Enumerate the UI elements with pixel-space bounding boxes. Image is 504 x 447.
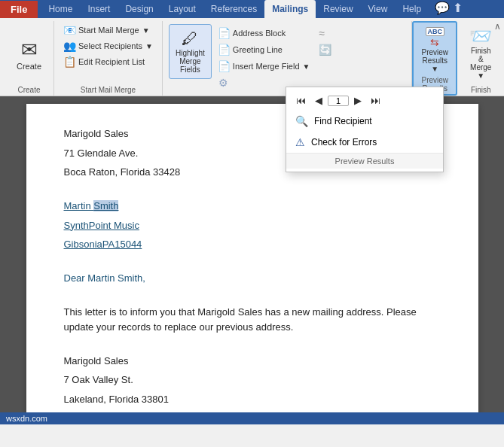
create-label: Create <box>17 62 41 71</box>
recipient-name: Martin Smith <box>64 199 441 214</box>
tab-view[interactable]: View <box>361 0 396 18</box>
dropdown-nav-row: ⏮ ◀ ▶ ⏭ <box>286 90 443 111</box>
tab-references[interactable]: References <box>203 0 264 18</box>
update-labels-button[interactable]: 🔄 <box>316 42 334 57</box>
comment-icon[interactable]: 💬 <box>435 1 450 15</box>
edit-recipient-list-label: Edit Recipient List <box>78 57 145 66</box>
highlight-icon: 🖊 <box>182 29 198 49</box>
recipient-company: SynthPoint Music <box>64 218 441 233</box>
start-merge-dropdown-icon: ▼ <box>142 26 150 35</box>
tab-home[interactable]: Home <box>41 0 80 18</box>
greeting-text: Dear Martin Smith, <box>64 271 441 286</box>
highlight-merge-fields-button[interactable]: 🖊 Highlight Merge Fields <box>169 24 212 79</box>
tab-layout[interactable]: Layout <box>161 0 203 18</box>
highlight-merge-fields-label: Highlight Merge Fields <box>176 49 205 74</box>
tab-design[interactable]: Design <box>118 0 160 18</box>
preview-dropdown-icon: ▼ <box>431 65 438 73</box>
check-errors-icon: ⚠ <box>295 136 305 148</box>
greeting-line-button[interactable]: 📄 Greeting Line <box>215 42 313 57</box>
new-addr-1: 7 Oak Valley St. <box>64 372 441 388</box>
abc-badge: ABC <box>426 27 445 36</box>
dropdown-page-input[interactable] <box>328 96 349 106</box>
dropdown-last-button[interactable]: ⏭ <box>367 93 384 108</box>
envelope-icon: ✉ <box>21 38 38 62</box>
new-addr-label: Marigold Sales <box>64 354 441 369</box>
collapse-ribbon-button[interactable]: ∧ <box>494 21 501 32</box>
insert-merge-dropdown-icon: ▼ <box>303 62 310 71</box>
dropdown-next-button[interactable]: ▶ <box>350 93 365 108</box>
tab-mailings[interactable]: Mailings <box>264 0 316 18</box>
insert-merge-field-label: Insert Merge Field <box>233 62 300 71</box>
start-mail-merge-label: Start Mail Merge <box>78 26 139 35</box>
ribbon-group-create-buttons: ✉ Create <box>11 23 47 86</box>
body-text-1: This letter is to inform you that Marigo… <box>64 305 441 334</box>
greeting-line-label: Greeting Line <box>233 45 283 54</box>
dropdown-section-label: Preview Results <box>286 153 443 169</box>
preview-arrows-icon: ⇆ <box>430 36 439 48</box>
recipient-city: GibsoniaPA15044 <box>64 237 441 252</box>
insert-merge-field-button[interactable]: 📄 Insert Merge Field ▼ <box>215 59 313 74</box>
status-bar: wsxdn.com <box>0 412 504 424</box>
start-merge-icon: 📧 <box>63 24 75 36</box>
tab-help[interactable]: Help <box>395 0 429 18</box>
finish-merge-button[interactable]: 📨 Finish & Merge ▼ <box>463 23 498 83</box>
new-city: Lakeland, Florida 33801 <box>64 392 441 407</box>
ribbon-tabs: Home Insert Design Layout References Mai… <box>38 0 463 18</box>
dropdown-prev-button[interactable]: ◀ <box>311 93 326 108</box>
finish-dropdown-icon: ▼ <box>477 71 484 80</box>
finish-icon: 📨 <box>469 26 492 47</box>
recipient-name-link: Martin <box>64 200 94 211</box>
select-recipients-icon: 👥 <box>63 40 75 52</box>
rules-icon: ⚙ <box>218 77 230 89</box>
share-icon[interactable]: ⬆ <box>453 1 463 15</box>
select-recipients-label: Select Recipients <box>78 41 142 50</box>
find-recipient-item[interactable]: 🔍 Find Recipient <box>286 111 443 132</box>
address-block-button[interactable]: 📄 Address Block <box>215 26 313 41</box>
start-mail-merge-group-label: Start Mail Merge <box>81 86 136 96</box>
address-block-label: Address Block <box>233 29 286 38</box>
edit-recipient-list-button[interactable]: 📋 Edit Recipient List <box>60 54 156 69</box>
file-tab[interactable]: File <box>0 1 38 18</box>
ribbon-content: ✉ Create Create 📧 Start Mail Merge ▼ 👥 S… <box>0 18 504 96</box>
status-left: wsxdn.com <box>6 414 47 423</box>
check-errors-item[interactable]: ⚠ Check for Errors <box>286 132 443 153</box>
insert-merge-icon: 📄 <box>218 60 230 72</box>
start-mail-merge-button[interactable]: 📧 Start Mail Merge ▼ <box>60 23 156 38</box>
address-block-icon: 📄 <box>218 27 230 39</box>
ribbon-group-preview: ABC ⇆ Preview Results ▼ Preview Results <box>412 21 457 96</box>
greeting-line-icon: 📄 <box>218 44 230 56</box>
ribbon-group-write-insert: 🖊 Highlight Merge Fields 📄 Address Block… <box>163 21 412 96</box>
check-errors-label: Check for Errors <box>311 137 377 147</box>
ribbon-group-start-mail-merge: 📧 Start Mail Merge ▼ 👥 Select Recipients… <box>54 21 163 96</box>
create-group-label: Create <box>18 86 41 96</box>
start-mail-merge-buttons: 📧 Start Mail Merge ▼ 👥 Select Recipients… <box>60 23 156 69</box>
tab-review[interactable]: Review <box>316 0 360 18</box>
find-recipient-label: Find Recipient <box>314 116 372 126</box>
find-recipient-icon: 🔍 <box>295 115 308 127</box>
ribbon-group-finish: 📨 Finish & Merge ▼ Finish <box>457 21 504 96</box>
select-recipients-button[interactable]: 👥 Select Recipients ▼ <box>60 38 156 53</box>
dropdown-first-button[interactable]: ⏮ <box>292 93 310 108</box>
preview-results-label: Preview Results <box>421 48 448 65</box>
recipients-dropdown-icon: ▼ <box>145 42 153 50</box>
edit-list-icon: 📋 <box>63 56 75 68</box>
ribbon: File Home Insert Design Layout Reference… <box>0 0 504 96</box>
preview-results-dropdown: ⏮ ◀ ▶ ⏭ 🔍 Find Recipient ⚠ Check for Err… <box>286 87 444 172</box>
preview-results-button[interactable]: ABC ⇆ Preview Results ▼ <box>418 24 451 76</box>
finish-merge-label: Finish & Merge <box>469 47 492 71</box>
recipient-name-highlighted: Smith <box>93 200 118 211</box>
match-fields-button[interactable]: ≈ <box>316 26 334 41</box>
create-button[interactable]: ✉ Create <box>11 35 47 74</box>
finish-group-label: Finish <box>471 86 491 96</box>
ribbon-group-create: ✉ Create Create <box>5 21 54 96</box>
tab-insert[interactable]: Insert <box>80 0 118 18</box>
